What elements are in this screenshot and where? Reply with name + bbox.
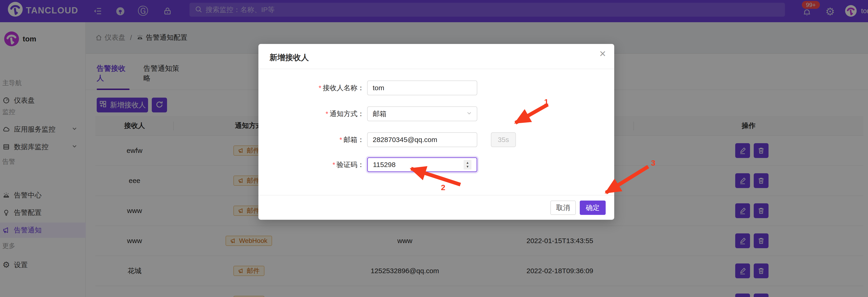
required-asterisk: * <box>318 84 321 92</box>
field-label: *验证码： <box>258 160 364 170</box>
field-value: 邮箱 <box>373 109 386 119</box>
modal-title: 新增接收人 <box>270 52 309 63</box>
field-label: *邮箱： <box>258 135 364 144</box>
add-recipient-modal: 新增接收人 × *接收人名称：tom*通知方式：邮箱*邮箱：282870345@… <box>258 44 614 220</box>
field-label: *接收人名称： <box>258 83 364 93</box>
field-label: *通知方式： <box>258 109 364 119</box>
method-select[interactable]: 邮箱 <box>367 106 477 121</box>
field-value: 282870345@qq.com <box>373 136 437 144</box>
field-input-3[interactable]: 115298▲▼ <box>367 157 477 172</box>
send-code-countdown-button[interactable]: 35s <box>491 132 516 147</box>
field-input-0[interactable]: tom <box>367 80 477 95</box>
tancloud-console: TANCLOUD Ⓖ 搜索监控：名称、IP等 99+ ⚙ tom <box>0 0 868 297</box>
field-input-2[interactable]: 282870345@qq.com <box>367 132 477 147</box>
confirm-button[interactable]: 确定 <box>580 201 606 215</box>
required-asterisk: * <box>333 161 335 168</box>
modal-header-divider <box>258 69 614 69</box>
form-field-3: *验证码：115298▲▼ <box>258 157 477 172</box>
required-asterisk: * <box>339 136 342 143</box>
close-icon[interactable]: × <box>599 48 606 59</box>
spinner-down-icon[interactable]: ▼ <box>466 165 469 169</box>
form-field-2: *邮箱：282870345@qq.com <box>258 132 477 147</box>
modal-footer-divider <box>258 195 614 195</box>
field-value: 115298 <box>373 161 396 169</box>
form-field-1: *通知方式：邮箱 <box>258 106 477 121</box>
chevron-down-icon <box>466 110 472 118</box>
spinner-up-icon[interactable]: ▲ <box>466 161 469 165</box>
number-spinner[interactable]: ▲▼ <box>464 160 471 170</box>
required-asterisk: * <box>326 110 328 118</box>
form-field-0: *接收人名称：tom <box>258 80 477 95</box>
field-value: tom <box>373 84 384 92</box>
cancel-button[interactable]: 取消 <box>550 201 576 215</box>
